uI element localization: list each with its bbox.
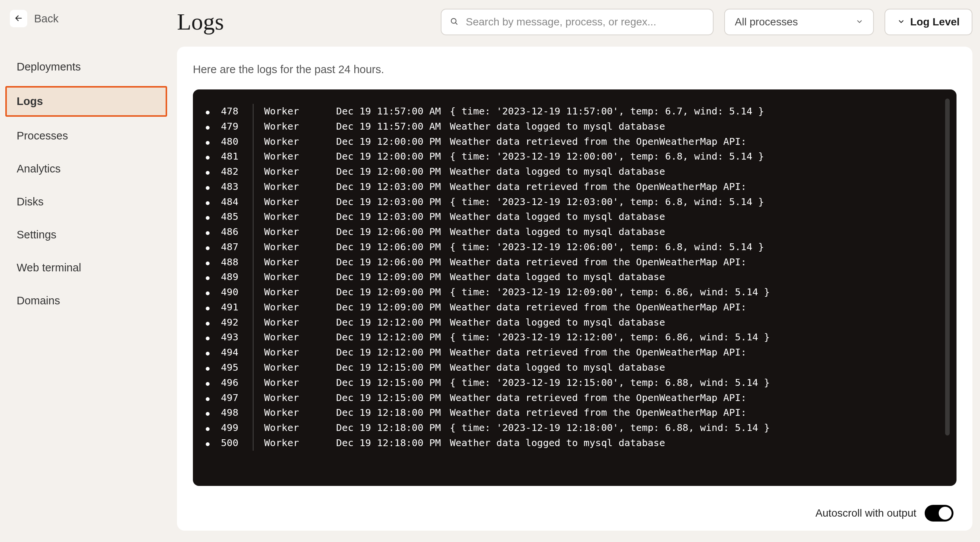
log-timestamp: Dec 19 12:00:00 PM: [336, 164, 450, 179]
log-divider: [253, 345, 253, 360]
log-process: Worker: [264, 405, 336, 420]
log-divider: [253, 391, 253, 406]
autoscroll-toggle[interactable]: [925, 505, 953, 521]
bullet-icon: [206, 427, 210, 431]
log-line-number: 490: [216, 285, 239, 300]
bullet-icon: [206, 412, 210, 416]
sidebar: Back DeploymentsLogsProcessesAnalyticsDi…: [0, 0, 172, 542]
search-input[interactable]: [441, 9, 714, 35]
log-message: { time: '2023-12-19 12:06:00', temp: 6.8…: [450, 239, 764, 255]
log-message: Weather data logged to mysql database: [450, 360, 665, 375]
sidebar-item-processes[interactable]: Processes: [5, 122, 167, 150]
log-timestamp: Dec 19 12:06:00 PM: [336, 255, 450, 270]
bullet-icon: [206, 322, 210, 325]
log-timestamp: Dec 19 12:15:00 PM: [336, 360, 450, 375]
log-divider: [253, 269, 253, 285]
sidebar-item-disks[interactable]: Disks: [5, 188, 167, 216]
log-line-number: 496: [216, 375, 239, 391]
log-rows: 478WorkerDec 19 11:57:00 AM{ time: '2023…: [206, 104, 947, 451]
log-timestamp: Dec 19 11:57:00 AM: [336, 104, 450, 119]
log-message: Weather data retrieved from the OpenWeat…: [450, 255, 746, 270]
process-filter-select[interactable]: All processes: [724, 9, 874, 35]
sidebar-item-web-terminal[interactable]: Web terminal: [5, 254, 167, 282]
log-message: Weather data logged to mysql database: [450, 164, 665, 179]
log-divider: [253, 435, 253, 451]
log-timestamp: Dec 19 12:06:00 PM: [336, 225, 450, 239]
log-timestamp: Dec 19 12:15:00 PM: [336, 391, 450, 406]
log-process: Worker: [264, 149, 336, 164]
logs-panel: Here are the logs for the past 24 hours.…: [177, 46, 972, 531]
log-row: 484WorkerDec 19 12:03:00 PM{ time: '2023…: [206, 194, 947, 210]
log-timestamp: Dec 19 12:03:00 PM: [336, 209, 450, 225]
log-line-number: 492: [216, 315, 239, 330]
log-message: { time: '2023-12-19 12:03:00', temp: 6.8…: [450, 194, 764, 210]
back-button[interactable]: [10, 10, 27, 27]
bullet-icon: [206, 367, 210, 371]
log-line-number: 479: [216, 119, 239, 134]
log-row: 492WorkerDec 19 12:12:00 PMWeather data …: [206, 315, 947, 330]
log-row: 493WorkerDec 19 12:12:00 PM{ time: '2023…: [206, 330, 947, 345]
log-timestamp: Dec 19 12:18:00 PM: [336, 405, 450, 420]
sidebar-item-analytics[interactable]: Analytics: [5, 155, 167, 183]
log-timestamp: Dec 19 12:18:00 PM: [336, 420, 450, 435]
sidebar-item-logs[interactable]: Logs: [5, 86, 167, 117]
sidebar-item-settings[interactable]: Settings: [5, 221, 167, 249]
log-row: 481WorkerDec 19 12:00:00 PM{ time: '2023…: [206, 149, 947, 164]
bullet-icon: [206, 156, 210, 159]
log-process: Worker: [264, 119, 336, 134]
log-row: 494WorkerDec 19 12:12:00 PMWeather data …: [206, 345, 947, 360]
log-message: Weather data logged to mysql database: [450, 225, 665, 239]
log-divider: [253, 134, 253, 149]
log-process: Worker: [264, 209, 336, 225]
log-process: Worker: [264, 300, 336, 315]
bullet-icon: [206, 261, 210, 265]
log-row: 478WorkerDec 19 11:57:00 AM{ time: '2023…: [206, 104, 947, 119]
log-level-label: Log Level: [910, 16, 960, 28]
log-divider: [253, 285, 253, 300]
log-row: 491WorkerDec 19 12:09:00 PMWeather data …: [206, 300, 947, 315]
log-divider: [253, 420, 253, 435]
process-filter-label: All processes: [735, 16, 798, 28]
log-line-number: 486: [216, 225, 239, 239]
scrollbar[interactable]: [945, 99, 950, 435]
log-level-select[interactable]: Log Level: [885, 9, 972, 35]
bullet-icon: [206, 336, 210, 340]
autoscroll-label: Autoscroll with output: [816, 507, 916, 519]
log-timestamp: Dec 19 12:09:00 PM: [336, 285, 450, 300]
log-row: 495WorkerDec 19 12:15:00 PMWeather data …: [206, 360, 947, 375]
log-message: { time: '2023-12-19 12:00:00', temp: 6.8…: [450, 149, 764, 164]
log-process: Worker: [264, 420, 336, 435]
log-row: 500WorkerDec 19 12:18:00 PMWeather data …: [206, 435, 947, 451]
bullet-icon: [206, 276, 210, 280]
bullet-icon: [206, 201, 210, 205]
log-divider: [253, 179, 253, 194]
svg-line-2: [455, 23, 457, 24]
log-timestamp: Dec 19 12:03:00 PM: [336, 194, 450, 210]
bullet-icon: [206, 231, 210, 235]
log-process: Worker: [264, 194, 336, 210]
search-icon: [450, 17, 458, 27]
log-process: Worker: [264, 360, 336, 375]
log-process: Worker: [264, 239, 336, 255]
log-line-number: 498: [216, 405, 239, 420]
log-row: 485WorkerDec 19 12:03:00 PMWeather data …: [206, 209, 947, 225]
log-divider: [253, 225, 253, 239]
log-row: 499WorkerDec 19 12:18:00 PM{ time: '2023…: [206, 420, 947, 435]
log-timestamp: Dec 19 12:15:00 PM: [336, 375, 450, 391]
sidebar-item-deployments[interactable]: Deployments: [5, 53, 167, 81]
log-line-number: 491: [216, 300, 239, 315]
log-message: Weather data logged to mysql database: [450, 269, 665, 285]
arrow-left-icon: [14, 14, 23, 24]
log-timestamp: Dec 19 12:09:00 PM: [336, 269, 450, 285]
log-divider: [253, 375, 253, 391]
log-message: Weather data retrieved from the OpenWeat…: [450, 300, 746, 315]
log-process: Worker: [264, 330, 336, 345]
log-message: Weather data retrieved from the OpenWeat…: [450, 134, 746, 149]
log-line-number: 497: [216, 391, 239, 406]
bullet-icon: [206, 126, 210, 130]
log-line-number: 488: [216, 255, 239, 270]
bullet-icon: [206, 442, 210, 446]
bullet-icon: [206, 246, 210, 250]
sidebar-item-domains[interactable]: Domains: [5, 287, 167, 315]
log-message: Weather data retrieved from the OpenWeat…: [450, 345, 746, 360]
